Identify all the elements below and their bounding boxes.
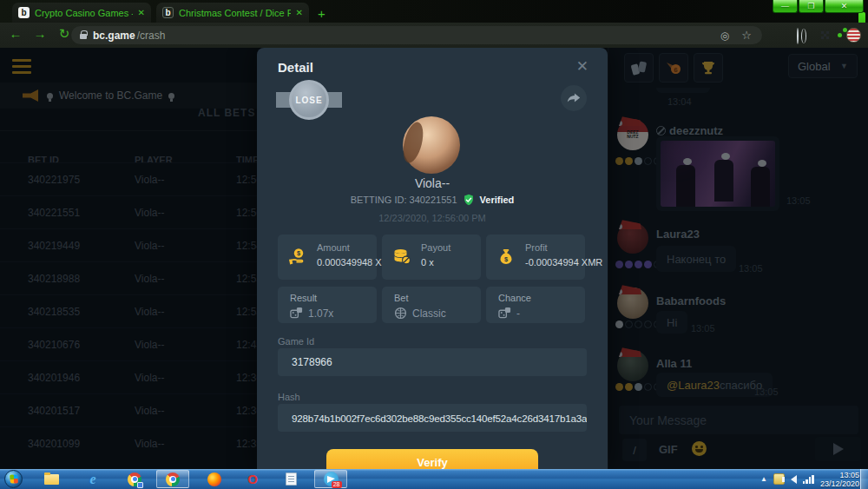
player-avatar xyxy=(403,116,460,174)
taskbar-internet-explorer[interactable]: e xyxy=(76,470,109,488)
start-button[interactable] xyxy=(4,470,23,488)
bet-datetime: 12/23/2020, 12:56:00 PM xyxy=(257,213,608,223)
page-tools-icon[interactable]: ◎ xyxy=(720,30,729,42)
restore-button[interactable]: ❐ xyxy=(799,0,824,13)
lock-icon xyxy=(80,34,87,39)
taskbar-firefox[interactable] xyxy=(198,470,231,488)
hash-field[interactable]: 928b74b1b002f7ec6d302be88c9ed355cc140ef5… xyxy=(278,404,587,432)
notification-badge: 28 xyxy=(332,481,342,488)
game-id-field[interactable]: 3178966 xyxy=(278,348,587,376)
share-button[interactable] xyxy=(561,85,587,111)
share-arrow-icon xyxy=(566,90,582,106)
stat-card-bet: Bet Classic xyxy=(382,287,481,323)
taskbar-telegram[interactable]: 28 xyxy=(314,470,347,488)
taskbar-chrome-active[interactable] xyxy=(156,470,189,488)
taskbar-notepad[interactable] xyxy=(274,470,307,488)
browser-tab-1[interactable]: b Crypto Casino Games - The 16 B ✕ xyxy=(12,3,151,23)
game-id-label: Game Id xyxy=(278,336,314,347)
stat-card-profit: $ Profit -0.00034994 XMR xyxy=(486,235,585,280)
tab-close-icon[interactable]: ✕ xyxy=(296,8,303,17)
globe-extension-icon[interactable] xyxy=(797,29,799,44)
player-name: Viola-- xyxy=(257,176,608,190)
windows-taskbar: e O 28 ▲ 13:0523/12/2020 xyxy=(0,469,868,489)
tab-close-icon[interactable]: ✕ xyxy=(138,8,145,17)
ball-icon xyxy=(394,307,407,320)
stat-card-amount: $ Amount 0.000349948 XMR xyxy=(278,235,377,280)
network-signal-icon[interactable] xyxy=(803,474,814,484)
hidden-icons-arrow[interactable]: ▲ xyxy=(760,475,767,483)
notepad-icon xyxy=(286,472,297,486)
volume-icon[interactable] xyxy=(791,475,797,484)
chrome-icon xyxy=(166,472,180,486)
puzzle-badge-icon xyxy=(137,482,143,488)
hash-label: Hash xyxy=(278,392,300,402)
stat-card-payout: Payout 0 x xyxy=(382,235,481,280)
bcgame-favicon: b xyxy=(18,7,30,18)
taskbar-explorer[interactable] xyxy=(35,470,68,488)
money-bag-icon: $ xyxy=(496,247,516,271)
betting-id: BETTING ID: 340221551 xyxy=(351,195,457,205)
verify-button[interactable]: Verify xyxy=(326,449,538,469)
coin-hand-icon: $ xyxy=(287,247,308,271)
taskbar-chrome-profile[interactable] xyxy=(118,470,151,488)
minimize-button[interactable]: — xyxy=(773,0,798,13)
coin-stack-icon xyxy=(391,247,412,271)
modal-title: Detail xyxy=(278,60,313,75)
browser-viewport: Welcome to BC.Game ALL BETS BET ID PLAYE… xyxy=(0,48,868,469)
verified-shield-icon xyxy=(463,194,475,206)
bookmark-star-icon[interactable]: ☆ xyxy=(741,29,752,42)
browser-titlebar: b Crypto Casino Games - The 16 B ✕ b Chr… xyxy=(0,0,868,23)
windows-logo-icon xyxy=(9,475,17,484)
browser-profile-avatar[interactable] xyxy=(846,28,861,43)
chrome-icon xyxy=(128,472,141,486)
lose-badge: LOSE xyxy=(276,79,342,121)
system-tray: ▲ 13:0523/12/2020 xyxy=(760,469,859,489)
ie-icon: e xyxy=(89,472,95,487)
bet-detail-modal: Detail ✕ LOSE Viola-- BETTING ID: 340221… xyxy=(257,48,608,469)
firefox-icon xyxy=(207,472,221,486)
telegram-icon: 28 xyxy=(324,472,339,486)
url-domain: bc.game xyxy=(93,30,135,42)
desktop: b Crypto Casino Games - The 16 B ✕ b Chr… xyxy=(0,0,868,489)
dice-icon xyxy=(290,307,303,320)
modal-close-icon[interactable]: ✕ xyxy=(576,57,589,76)
folder-icon xyxy=(44,474,59,485)
tab-title: Christmas Contest / Dice Roll Hu xyxy=(179,8,291,18)
bcgame-favicon: b xyxy=(162,7,174,18)
show-desktop-button[interactable] xyxy=(860,469,868,489)
verified-label: Verified xyxy=(480,195,515,205)
taskbar-opera[interactable]: O xyxy=(236,470,269,488)
window-controls: — ❐ ✕ xyxy=(773,0,864,13)
browser-toolbar: ← → ↻ bc.game /crash ◎ ☆ xyxy=(0,23,868,48)
forward-icon[interactable]: → xyxy=(31,26,49,41)
back-icon[interactable]: ← xyxy=(7,26,24,41)
browser-tab-2[interactable]: b Christmas Contest / Dice Roll Hu ✕ xyxy=(156,3,309,23)
reload-icon[interactable]: ↻ xyxy=(56,26,73,42)
dice-icon xyxy=(498,307,511,320)
opera-icon: O xyxy=(247,472,258,486)
taskbar-clock[interactable]: 13:0523/12/2020 xyxy=(820,471,859,488)
stat-card-chance: Chance - xyxy=(486,287,585,323)
stat-card-result: Result 1.07x xyxy=(278,287,377,323)
tab-title: Crypto Casino Games - The 16 B xyxy=(35,8,133,18)
address-bar[interactable]: bc.game /crash ◎ ☆ xyxy=(71,26,762,44)
url-path: /crash xyxy=(137,30,166,42)
close-button[interactable]: ✕ xyxy=(825,0,864,13)
new-tab-button[interactable]: + xyxy=(318,6,326,21)
